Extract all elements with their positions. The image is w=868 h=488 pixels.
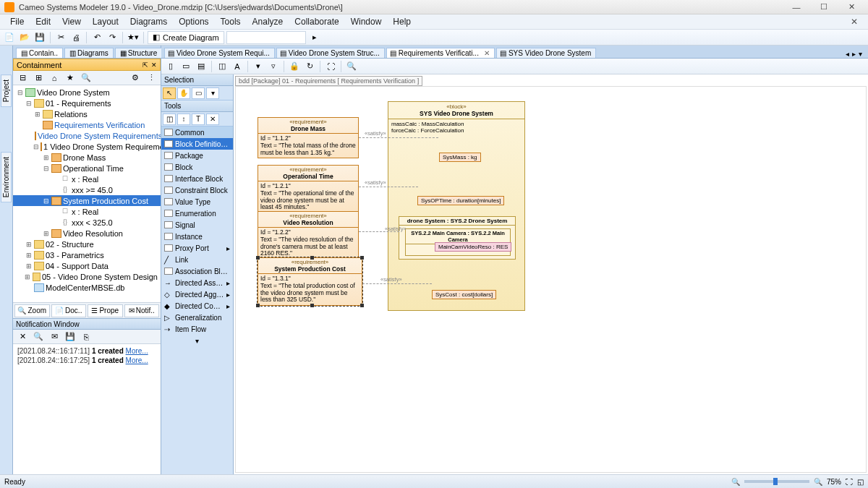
home-icon[interactable]: ⌂ [48,72,61,85]
tree-item[interactable]: ⊟01 - Requirements [13,98,161,108]
tab-next-icon[interactable]: ▸ [852,50,856,58]
notif-find-icon[interactable]: 🔍 [32,330,45,343]
palette-item[interactable]: Value Type [161,196,233,207]
favorites-icon[interactable]: ★▾ [127,31,140,44]
tree-item[interactable]: ⊞03 - Parametrics [13,249,161,260]
tree-item[interactable]: ⊟Video Drone System [13,87,161,98]
notif-clear-icon[interactable]: ✕ [16,330,29,343]
zoom-icon[interactable]: 🔍 [345,60,358,73]
value-sysmass[interactable]: SysMass : kg [439,153,481,162]
fit-icon[interactable]: ⛶ [324,60,337,73]
panel-opts-icon[interactable]: ⇱ [142,61,148,69]
expand-icon[interactable]: ⊞ [32,72,45,85]
satisfy-link[interactable] [359,137,438,138]
panel-close-icon[interactable]: ✕ [151,61,157,69]
satisfy-link[interactable] [359,187,418,187]
tree-item[interactable]: ⊟1 Video Drone System Requirements [13,141,161,152]
requirement-drone-mass[interactable]: «requirement»Drone Mass Id = "1.1.2"Text… [258,117,359,158]
menu-collaborate[interactable]: Collaborate [289,14,344,29]
block-sys-video-drone[interactable]: «block»SYS Video Drone System massCalc :… [388,101,525,311]
tab-prev-icon[interactable]: ◂ [846,50,849,58]
zoom-actual-icon[interactable]: ◱ [857,478,864,486]
tab-properties[interactable]: ☰Prope [88,304,123,317]
diagram-canvas[interactable]: bdd [Package] 01 - Requirements [ Requir… [234,74,868,474]
mdi-close-icon[interactable]: ✕ [845,17,864,27]
part-drone-system[interactable]: drone System : SYS.2 Drone System SYS.2.… [399,216,516,260]
tree-menu-icon[interactable]: ⋮ [145,72,158,85]
palette-item[interactable]: Block Definition Dia... [161,138,233,150]
requirement-video-resolution[interactable]: «requirement»Video Resolution Id = "1.2.… [258,211,359,260]
palette-list[interactable]: Common Block Definition Dia... Package B… [161,127,233,474]
tab-list-icon[interactable]: ▾ [859,50,862,58]
search-icon[interactable]: 🔍 [80,72,93,85]
tree-item-selected[interactable]: ⊟System Production Cost [13,195,161,206]
redo-icon[interactable]: ↷ [106,31,119,44]
open-icon[interactable]: 📂 [18,31,31,44]
palette-item[interactable]: Enumeration [161,207,233,219]
palette-item[interactable]: Common [161,127,233,138]
tree-item[interactable]: ⊞05 - Video Drone System Design [13,271,161,282]
create-diagram-button[interactable]: ◧ Create Diagram [148,31,224,44]
star-icon[interactable]: ★ [64,72,77,85]
satisfy-link[interactable] [362,283,432,284]
marquee-tool-icon[interactable]: ▭ [192,87,205,99]
notif-more-link[interactable]: More... [126,347,148,355]
collapse-icon[interactable]: ⊟ [16,72,29,85]
tree-item[interactable]: ⊞02 - Structure [13,239,161,249]
zoom-fit-icon[interactable]: ⛶ [846,478,853,486]
note-icon[interactable]: ◫ [216,60,229,73]
dropdown-icon[interactable]: ▾ [252,60,265,73]
menu-window[interactable]: Window [345,14,388,29]
pointer-tool-icon[interactable]: ↖ [163,87,176,99]
tab-containment[interactable]: ▤Contain.. [16,48,63,58]
search-go-icon[interactable]: ▸ [308,31,321,44]
text-tool-icon[interactable]: T [192,114,205,125]
more-tool-icon[interactable]: ▾ [206,87,219,99]
close-button[interactable]: ✕ [839,1,864,14]
value-camreso[interactable]: MainCamVideoReso : RES [435,242,511,252]
palette-item[interactable]: Package [161,150,233,161]
zoom-in-icon[interactable]: 🔍 [814,478,822,486]
requirement-operational-time[interactable]: «requirement»Operational Time Id = "1.2.… [258,165,359,213]
menu-edit[interactable]: Edit [30,14,56,29]
tree-item[interactable]: Video Drone System Requirements [13,130,161,141]
palette-item[interactable]: Proxy Port▸ [161,242,233,254]
tree-item[interactable]: ⊞Video Resolution [13,228,161,239]
notif-more-link[interactable]: More... [126,356,148,364]
tab-structure[interactable]: ▦Structure [115,48,163,58]
diagram-tab[interactable]: ▤Video Drone System Struc... [276,48,385,58]
tree-item[interactable]: ⊞Relations [13,108,161,119]
menu-options[interactable]: Options [173,14,214,29]
diagram-tab-active[interactable]: ▤Requirements Verificati...✕ [386,48,495,58]
palette-item[interactable]: ◆Directed Compo...▸ [161,300,233,312]
note-tool-icon[interactable]: ◫ [163,114,176,125]
diagram-tab[interactable]: ▤SYS Video Drone System [496,48,596,58]
menu-view[interactable]: View [56,14,87,29]
palette-item[interactable]: ⇢Item Flow [161,323,233,335]
marquee-icon[interactable]: ▭ [179,60,192,73]
anchor-tool-icon[interactable]: ↕ [177,114,190,125]
tree-item[interactable]: ☐x : Real [13,206,161,217]
text-icon[interactable]: A [231,60,244,73]
delete-tool-icon[interactable]: ✕ [206,114,219,125]
palette-item[interactable]: ◇Directed Aggre...▸ [161,288,233,300]
notif-save-icon[interactable]: 💾 [64,330,77,343]
palette-item[interactable]: ▷Generalization [161,312,233,323]
diagram-tab[interactable]: ▤Video Drone System Requi... [164,48,275,58]
save-icon[interactable]: 💾 [33,31,46,44]
requirement-production-cost[interactable]: «requirement»System Production Cost Id =… [258,257,362,306]
menu-file[interactable]: File [4,14,30,29]
palette-item[interactable]: Constraint Block [161,184,233,196]
menu-help[interactable]: Help [387,14,417,29]
gear-icon[interactable]: ⚙ [129,72,142,85]
menu-tools[interactable]: Tools [215,14,247,29]
palette-item[interactable]: Instance [161,231,233,242]
palette-item[interactable]: Block [161,161,233,173]
undo-icon[interactable]: ↶ [90,31,103,44]
tree-item[interactable]: ModelCenterMBSE.db [13,282,161,293]
tree-item[interactable]: ⊟Operational Time [13,163,161,174]
select-tool-icon[interactable]: ▯ [164,60,177,73]
zoom-out-icon[interactable]: 🔍 [731,478,740,486]
filter-icon[interactable]: ▿ [267,60,280,73]
notif-env-icon[interactable]: ✉ [48,330,61,343]
